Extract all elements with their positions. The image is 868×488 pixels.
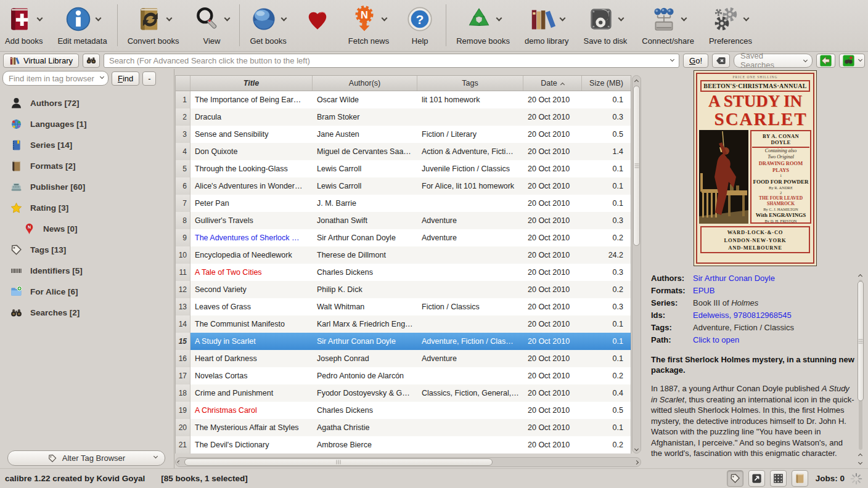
toolbar-remove-books[interactable]: Remove books (456, 2, 510, 46)
toolbar-dropdown-icon[interactable] (559, 15, 565, 22)
table-row[interactable]: 8Gulliver's TravelsJonathan SwiftAdventu… (176, 212, 631, 229)
toolbar-save-to-disk[interactable]: Save to disk (583, 2, 627, 46)
table-row[interactable]: 13Leaves of GrassWalt WhitmanFiction / C… (176, 298, 631, 315)
table-row[interactable]: 16Heart of DarknessJoseph ConradAdventur… (176, 350, 631, 367)
toolbar-edit-metadata[interactable]: Edit metadata (57, 2, 107, 46)
find-button[interactable]: Find (112, 71, 139, 86)
toolbar-get-books[interactable]: Get books (250, 2, 286, 46)
table-row[interactable]: 14The Communist ManifestoKarl Marx & Fri… (176, 315, 631, 333)
cell-size: 0.3 (582, 268, 631, 277)
table-row[interactable]: 19A Christmas CarolCharles Dickens20 Oct… (176, 402, 631, 419)
details-scroll-up2-icon[interactable] (858, 453, 862, 458)
table-row[interactable]: 10Encyclopedia of NeedleworkTherese de D… (176, 246, 631, 264)
detail-value[interactable]: EPUB (693, 285, 714, 297)
table-row[interactable]: 1The Importance of Being Ear…Oscar Wilde… (176, 91, 631, 108)
sidebar-item-rating[interactable]: Rating [3] (0, 197, 174, 218)
toggle-cover-grid-button[interactable] (770, 470, 787, 487)
detail-value[interactable]: Sir Arthur Conan Doyle (693, 272, 775, 285)
book-list-horizontal-scrollbar[interactable] (175, 457, 641, 467)
details-scrollbar[interactable] (856, 271, 865, 466)
toolbar-dropdown-icon[interactable] (224, 15, 231, 22)
copy-search-to-saved-button[interactable] (816, 54, 835, 68)
column-header-tags[interactable]: Tags (417, 76, 523, 91)
sidebar-item-series[interactable]: Series [14] (0, 134, 174, 155)
table-row[interactable]: 15A Study in ScarletSir Arthur Conan Doy… (176, 333, 631, 350)
toolbar-dropdown-icon[interactable] (618, 15, 624, 22)
toolbar-dropdown-icon[interactable] (166, 15, 172, 22)
column-header-label: Title (244, 79, 259, 87)
jobs-spinner-icon[interactable] (850, 472, 863, 486)
toolbar-view[interactable]: View (194, 2, 229, 46)
tag-browser-find-input[interactable] (2, 71, 108, 86)
scroll-right-icon[interactable] (634, 460, 639, 465)
toolbar-help[interactable]: ?Help (404, 2, 436, 46)
table-row[interactable]: 2DraculaBram Stoker20 Oct 20100.3 (176, 108, 631, 126)
toolbar-add-books[interactable]: Add books (5, 2, 43, 46)
sidebar-item-news[interactable]: NNews [0] (0, 218, 174, 239)
toolbar-preferences[interactable]: Preferences (709, 2, 752, 46)
clear-search-button[interactable] (712, 54, 730, 68)
scroll-up-icon[interactable] (634, 79, 639, 84)
table-row[interactable]: 3Sense and SensibilityJane AustenFiction… (176, 126, 631, 143)
book-cover[interactable]: PRICE ONE SHILLING BEETON'S·CHRISTMAS·AN… (694, 70, 817, 266)
table-row[interactable]: 6Alice's Adventures in Wonder…Lewis Carr… (176, 177, 631, 195)
toolbar-demo-library[interactable]: demo library (525, 2, 569, 46)
detail-value[interactable]: Edelweiss, 9780812968545 (693, 309, 792, 322)
sidebar-item-searches[interactable]: Searches [2] (0, 302, 174, 323)
search-go-button[interactable]: Go! (683, 54, 708, 68)
details-scroll-thumb[interactable] (858, 281, 864, 401)
toolbar-donate-button[interactable] (301, 2, 334, 36)
alter-tag-browser-button[interactable]: Alter Tag Browser (7, 450, 165, 466)
toolbar-dropdown-icon[interactable] (281, 15, 287, 22)
column-header-title[interactable]: Title (190, 76, 313, 91)
toggle-book-details-button[interactable] (792, 470, 808, 487)
details-scroll-down-icon[interactable] (858, 460, 862, 465)
sidebar-item-identifiers[interactable]: Identifiers [5] (0, 260, 174, 281)
table-row[interactable]: 9The Adventures of Sherlock …Sir Arthur … (176, 229, 631, 246)
column-header-size-mb[interactable]: Size (MB) (582, 76, 631, 91)
table-row[interactable]: 18Crime and PunishmentFyodor Dostoyevsky… (176, 384, 631, 402)
toggle-tag-browser-button[interactable] (727, 470, 743, 487)
detail-value[interactable]: Click to open (693, 334, 739, 346)
column-header-date[interactable]: Date (523, 76, 582, 91)
advanced-search-button[interactable] (83, 54, 100, 68)
toolbar-dropdown-icon[interactable] (743, 15, 749, 22)
toolbar-connect-share[interactable]: Connect/share (642, 2, 694, 46)
sidebar-item-tags[interactable]: Tags [13] (0, 239, 174, 260)
collapse-all-button[interactable]: - (142, 71, 156, 86)
table-row[interactable]: 4Don QuixoteMiguel de Cervantes Saa…Acti… (176, 143, 631, 160)
sidebar-item-authors[interactable]: Authors [72] (0, 92, 174, 113)
table-row[interactable]: 20The Mysterious Affair at StylesAgatha … (176, 419, 631, 436)
sidebar-item-languages[interactable]: Languages [1] (0, 113, 174, 134)
sidebar-item-publisher[interactable]: Publisher [60] (0, 176, 174, 197)
toolbar-dropdown-icon[interactable] (382, 15, 388, 22)
details-scroll-up-icon[interactable] (858, 274, 862, 279)
search-input[interactable] (104, 54, 679, 68)
scroll-left-icon[interactable] (177, 460, 181, 465)
sidebar-item-formats[interactable]: Formats [2] (0, 155, 174, 176)
table-row[interactable]: 17Novelas CortasPedro Antonio de Alarcón… (176, 367, 631, 384)
table-row[interactable]: 7Peter PanJ. M. Barrie20 Oct 20100.1 (176, 195, 631, 212)
table-row[interactable]: 11A Tale of Two CitiesCharles Dickens20 … (176, 264, 631, 281)
scroll-down-icon[interactable] (634, 447, 639, 451)
virtual-library-button[interactable]: Virtual Library (3, 54, 79, 68)
table-row[interactable]: 21The Devil's DictionaryAmbrose Bierce20… (176, 436, 631, 453)
toolbar-convert-books[interactable]: Convert books (128, 2, 179, 46)
book-list-vertical-scrollbar[interactable] (632, 75, 641, 453)
toggle-cover-browser-button[interactable] (748, 470, 765, 487)
table-row[interactable]: 5Through the Looking-GlassLewis CarrollJ… (176, 160, 631, 177)
toolbar-dropdown-icon[interactable] (95, 15, 101, 22)
toolbar-fetch-news[interactable]: NFetch news (348, 2, 389, 46)
saved-searches-combo[interactable]: Saved Searches (734, 54, 813, 68)
toolbar-dropdown-icon[interactable] (36, 15, 43, 22)
jobs-label[interactable]: Jobs: 0 (816, 474, 845, 483)
horizontal-scroll-thumb[interactable] (184, 458, 493, 466)
vertical-scroll-thumb[interactable] (633, 86, 640, 246)
table-row[interactable]: 12Second VarietyPhilip K. Dick20 Oct 201… (176, 281, 631, 298)
toolbar-dropdown-icon[interactable] (681, 15, 687, 22)
saved-searches-label: Saved Searches (740, 51, 797, 70)
save-search-button[interactable] (839, 54, 865, 68)
sidebar-item-for-alice[interactable]: For Alice [6] (0, 281, 174, 302)
column-header-author-s[interactable]: Author(s) (313, 76, 417, 91)
toolbar-dropdown-icon[interactable] (496, 15, 502, 22)
